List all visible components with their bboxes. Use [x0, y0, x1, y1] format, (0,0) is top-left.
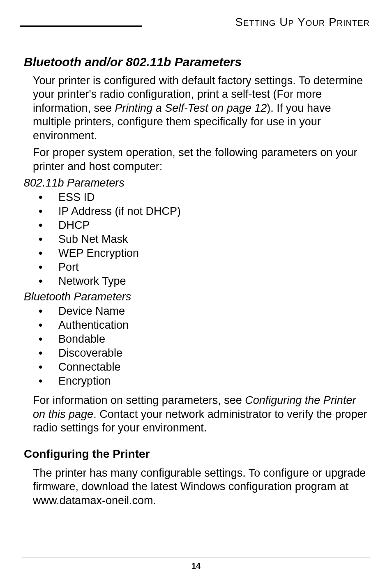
list-item: Port: [39, 260, 368, 274]
configuring-paragraph: The printer has many configurable settin…: [33, 466, 368, 507]
list-item: Encryption: [39, 374, 368, 388]
section-title-configuring: Configuring the Printer: [24, 447, 368, 461]
subhead-80211b: 802.11b Parameters: [24, 177, 368, 189]
list-item: IP Address (if not DHCP): [39, 204, 368, 218]
subhead-bluetooth: Bluetooth Parameters: [24, 291, 368, 303]
list-item: Authentication: [39, 318, 368, 332]
running-title: Setting Up Your Printer: [235, 16, 370, 29]
list-item: Connectable: [39, 360, 368, 374]
page-footer: 14: [22, 558, 370, 571]
list-item: Device Name: [39, 304, 368, 318]
list-item: WEP Encryption: [39, 246, 368, 260]
page-header: Setting Up Your Printer: [22, 16, 370, 41]
page-content: Bluetooth and/or 802.11b Parameters Your…: [22, 55, 370, 507]
list-item: ESS ID: [39, 190, 368, 204]
list-item: DHCP: [39, 218, 368, 232]
cross-ref-selftest: Printing a Self-Test on page 12: [115, 102, 267, 114]
header-rule: [20, 25, 142, 27]
closing-paragraph: For information on setting parameters, s…: [33, 394, 368, 435]
page-number: 14: [191, 561, 201, 570]
list-item: Discoverable: [39, 346, 368, 360]
list-80211b: ESS ID IP Address (if not DHCP) DHCP Sub…: [39, 190, 368, 288]
text-run: For information on setting parameters, s…: [33, 394, 245, 406]
list-item: Bondable: [39, 332, 368, 346]
intro-paragraph-2: For proper system operation, set the fol…: [33, 146, 368, 173]
list-bluetooth: Device Name Authentication Bondable Disc…: [39, 304, 368, 388]
list-item: Sub Net Mask: [39, 232, 368, 246]
intro-paragraph-1: Your printer is configured with default …: [33, 74, 368, 143]
section-title-bluetooth: Bluetooth and/or 802.11b Parameters: [24, 55, 368, 69]
list-item: Network Type: [39, 274, 368, 288]
